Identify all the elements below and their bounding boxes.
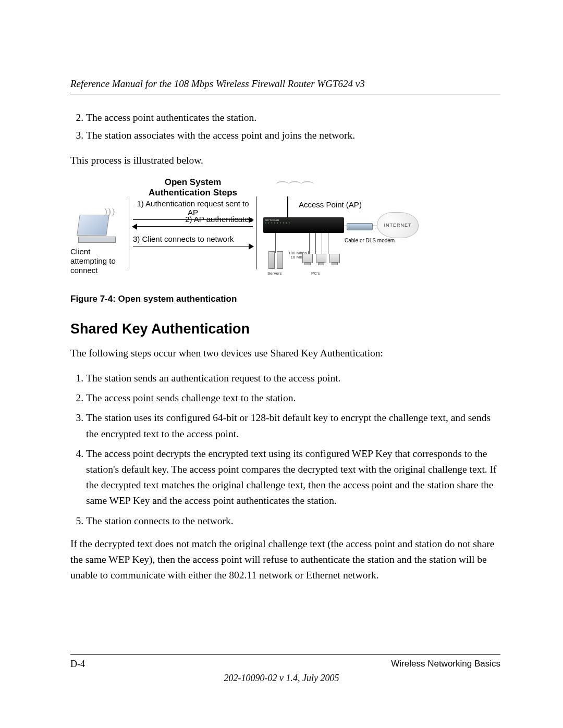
figure-step-3: 3) Client connects to network bbox=[133, 235, 253, 250]
net-line-icon bbox=[328, 233, 328, 254]
list-item: The station associates with the access p… bbox=[86, 128, 500, 143]
router-brand-label: NETGEAR bbox=[265, 219, 279, 221]
figure-divider bbox=[129, 196, 129, 269]
trailing-paragraph: If the decrypted text does not match the… bbox=[70, 536, 500, 584]
internet-cloud-icon: INTERNET bbox=[377, 212, 419, 238]
list-item: The access point authenticates the stati… bbox=[86, 110, 500, 126]
list-item: The station uses its configured 64-bit o… bbox=[86, 410, 500, 441]
modem-label: Cable or DLS modem bbox=[345, 238, 395, 243]
access-point-label: Access Point (AP) bbox=[299, 200, 362, 209]
net-line-icon bbox=[322, 233, 322, 254]
arrow-left-icon bbox=[133, 224, 253, 230]
modem-icon bbox=[347, 223, 373, 230]
net-line-icon bbox=[315, 233, 316, 254]
net-line-icon bbox=[275, 233, 276, 253]
top-ordered-list: The access point authenticates the stati… bbox=[70, 110, 500, 143]
client-label: Client attempting to connect bbox=[70, 247, 123, 275]
figure-caption: Figure 7-4: Open system authentication bbox=[70, 294, 500, 304]
document-number: 202-10090-02 v 1.4, July 2005 bbox=[0, 673, 563, 684]
figure-open-system-auth: Open System Authentication Steps ))) Cli… bbox=[70, 178, 500, 282]
list-item: The access point sends challenge text to… bbox=[86, 390, 500, 406]
wifi-waves-icon: ))) bbox=[104, 207, 116, 216]
laptop-icon bbox=[78, 215, 115, 243]
figure-step-text: 1) Authentication request sent to AP bbox=[133, 199, 253, 217]
figure-divider bbox=[256, 196, 256, 269]
main-ordered-list: The station sends an authentication requ… bbox=[70, 371, 500, 529]
list-item: The access point decrypts the encrypted … bbox=[86, 446, 500, 509]
figure-step-text: 3) Client connects to network bbox=[133, 235, 253, 243]
running-header: Reference Manual for the 108 Mbps Wirele… bbox=[70, 78, 500, 94]
list-item: The station sends an authentication requ… bbox=[86, 371, 500, 386]
arrow-right-icon bbox=[133, 243, 253, 250]
figure-title: Open System Authentication Steps bbox=[138, 177, 248, 199]
ap-wifi-waves-icon: ⌒⌒⌒ bbox=[275, 178, 312, 200]
figure-step-text: 2) AP authenticates bbox=[133, 215, 253, 224]
page-footer: D-4 Wireless Networking Basics bbox=[70, 654, 500, 670]
page-number: D-4 bbox=[70, 659, 85, 670]
section-heading: Shared Key Authentication bbox=[70, 321, 500, 337]
net-line-icon bbox=[309, 233, 310, 254]
list-item: The station connects to the network. bbox=[86, 513, 500, 529]
router-icon: NETGEAR • • • • • • • • • bbox=[263, 217, 344, 233]
antenna-icon bbox=[287, 196, 288, 217]
pcs-label: PC's bbox=[311, 271, 320, 276]
footer-section-title: Wireless Networking Basics bbox=[391, 659, 500, 670]
section-intro-paragraph: The following steps occur when two devic… bbox=[70, 346, 500, 361]
intro-paragraph: This process is illustrated below. bbox=[70, 153, 500, 168]
servers-label: Servers bbox=[267, 271, 282, 276]
pcs-icon bbox=[302, 254, 340, 263]
servers-icon bbox=[268, 251, 283, 269]
figure-step-2: 2) AP authenticates bbox=[133, 215, 253, 230]
